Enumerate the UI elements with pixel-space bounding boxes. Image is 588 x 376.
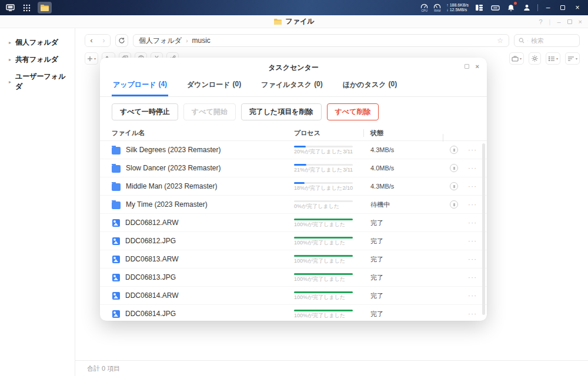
window-close-button[interactable]: × [579, 18, 582, 25]
progress-text: 18%が完了しました [294, 186, 342, 191]
more-actions-button[interactable]: ··· [468, 183, 477, 190]
column-header-filename[interactable]: ファイル名 [112, 129, 294, 137]
task-list[interactable]: Silk Degrees (2023 Remaster) 20%が完了しました … [100, 141, 487, 321]
back-button[interactable]: ‹ [85, 35, 98, 46]
desktop-restore-button[interactable] [558, 3, 567, 12]
row-status: 待機中 [370, 200, 450, 209]
dialog-titlebar[interactable]: タスクセンター × [100, 58, 487, 74]
pause-button[interactable] [450, 146, 458, 154]
breadcrumb[interactable]: 個人フォルダ › music ☆ [133, 34, 509, 47]
main-panel: ‹ › 個人フォルダ › music ☆ · ▾ [75, 28, 588, 376]
chevron-right-icon[interactable]: ▸ [9, 40, 11, 45]
cpu-gauge-icon[interactable]: CPU [420, 3, 428, 12]
forward-button[interactable]: › [98, 35, 110, 46]
breadcrumb-segment[interactable]: music [192, 36, 210, 45]
file-type-icon [112, 183, 121, 191]
list-view-button[interactable]: ▾ [546, 52, 560, 65]
more-actions-button[interactable]: ··· [468, 146, 477, 153]
task-row[interactable]: DDC06814.JPG 100%が完了しました 完了 [100, 305, 487, 321]
more-actions-button[interactable]: ··· [468, 310, 477, 317]
file-type-icon [112, 237, 120, 245]
more-actions-button[interactable]: ··· [468, 274, 477, 281]
sidebar-item[interactable]: ▸ 共有フォルダ [0, 51, 75, 68]
progress-bar [294, 291, 353, 293]
more-actions-button[interactable]: ··· [468, 201, 477, 208]
progress-fraction: 3/11 [343, 167, 353, 173]
row-file-name: My Time (2023 Remaster) [126, 200, 208, 209]
sort-button[interactable]: ▾ [565, 52, 580, 65]
chevron-right-icon[interactable]: ▸ [9, 79, 11, 85]
view-mode-button[interactable]: ▾ [509, 52, 524, 65]
user-account-icon[interactable] [522, 2, 532, 13]
window-restore-button[interactable] [567, 18, 572, 25]
more-actions-button[interactable]: ··· [468, 237, 477, 244]
file-type-icon [112, 256, 120, 263]
task-tab[interactable]: ダウンロード (0) [186, 78, 242, 96]
chevron-right-icon[interactable]: ▸ [9, 57, 11, 62]
favorite-star-icon[interactable]: ☆ [497, 36, 503, 45]
network-speeds: ↑ 188.6KB/s ↓ 12.5MB/s [446, 3, 469, 12]
desktop-close-button[interactable]: × [573, 3, 582, 12]
row-status: 完了 [370, 310, 450, 318]
more-actions-button[interactable]: ··· [468, 256, 477, 263]
pause-button[interactable] [450, 182, 458, 190]
more-actions-button[interactable]: ··· [468, 164, 477, 172]
task-tab[interactable]: アップロード (4) [112, 78, 168, 96]
task-row[interactable]: DDC06812.JPG 100%が完了しました 完了 [100, 232, 487, 250]
search-box[interactable]: · [514, 34, 580, 47]
progress-bar-fill [294, 219, 353, 220]
desktop-icon[interactable] [5, 2, 15, 13]
task-row[interactable]: DDC06814.ARW 100%が完了しました 完了 [100, 287, 487, 305]
pause-button[interactable] [450, 200, 458, 209]
task-action-button[interactable]: すべて一時停止 [112, 103, 178, 120]
progress-cell: 20%が完了しました 3/11 [294, 146, 353, 155]
task-tab[interactable]: ファイルタスク (0) [260, 78, 324, 96]
row-file-name: DDC06812.ARW [125, 219, 178, 227]
task-row[interactable]: DDC06813.JPG 100%が完了しました 完了 [100, 268, 487, 287]
search-input[interactable] [531, 37, 572, 44]
settings-button[interactable] [529, 52, 541, 65]
refresh-button[interactable] [115, 34, 128, 47]
progress-cell: 100%が完了しました [294, 255, 353, 264]
sidebar-item[interactable]: ▸ ユーザーフォルダ [0, 68, 75, 95]
row-file-name: Middle Man (2023 Remaster) [126, 182, 217, 190]
breadcrumb-segment[interactable]: 個人フォルダ [139, 36, 182, 46]
more-actions-button[interactable]: ··· [468, 292, 477, 299]
app-launcher-icon[interactable] [21, 2, 32, 13]
task-tab[interactable]: ほかのタスク (0) [342, 78, 398, 96]
briefcase-icon [512, 56, 519, 62]
task-row[interactable]: Middle Man (2023 Remaster) 18%が完了しました 2/… [100, 177, 487, 196]
dialog-maximize-button[interactable] [465, 63, 469, 70]
dialog-close-button[interactable]: × [476, 63, 479, 70]
task-row[interactable]: DDC06812.ARW 100%が完了しました 完了 [100, 214, 487, 232]
storage-device-icon[interactable] [490, 2, 500, 13]
task-action-button[interactable]: すべて開始 [183, 103, 236, 120]
task-row[interactable]: Slow Dancer (2023 Remaster) 21%が完了しました 3… [100, 159, 487, 177]
desktop-topbar: CPU RAM ↑ 188.6KB/s ↓ 12.5MB/s – × [0, 0, 588, 15]
column-header-process[interactable]: プロセス [294, 129, 370, 137]
progress-text: 100%が完了しました [294, 277, 345, 282]
chevron-down-icon: ▾ [520, 56, 522, 61]
progress-bar [294, 273, 353, 275]
file-type-icon [112, 165, 121, 173]
widget-panel-icon[interactable] [474, 2, 485, 13]
task-row[interactable]: Silk Degrees (2023 Remaster) 20%が完了しました … [100, 141, 487, 159]
task-action-button[interactable]: すべて削除 [327, 103, 379, 120]
task-row[interactable]: DDC06813.ARW 100%が完了しました 完了 [100, 250, 487, 268]
files-app-taskbar-icon[interactable] [38, 2, 52, 14]
window-help-button[interactable]: ? [539, 18, 542, 25]
window-minimize-button[interactable]: – [557, 18, 560, 25]
new-item-button[interactable]: ▾ [85, 52, 98, 65]
sidebar-item[interactable]: ▸ 個人フォルダ [0, 34, 75, 51]
notifications-bell-icon[interactable] [506, 2, 516, 13]
task-row[interactable]: My Time (2023 Remaster) 0%が完了しました 待機中 [100, 196, 487, 214]
column-header-status[interactable]: 状態 [370, 129, 450, 137]
progress-bar-fill [294, 273, 353, 275]
dialog-scrollbar-thumb[interactable] [482, 143, 485, 315]
desktop-minimize-button[interactable]: – [543, 3, 553, 12]
pause-button[interactable] [450, 164, 458, 172]
titlebar-separator: | [549, 18, 551, 25]
more-actions-button[interactable]: ··· [468, 219, 477, 226]
task-action-button[interactable]: 完了した項目を削除 [241, 103, 322, 120]
ram-gauge-icon[interactable]: RAM [433, 3, 441, 12]
